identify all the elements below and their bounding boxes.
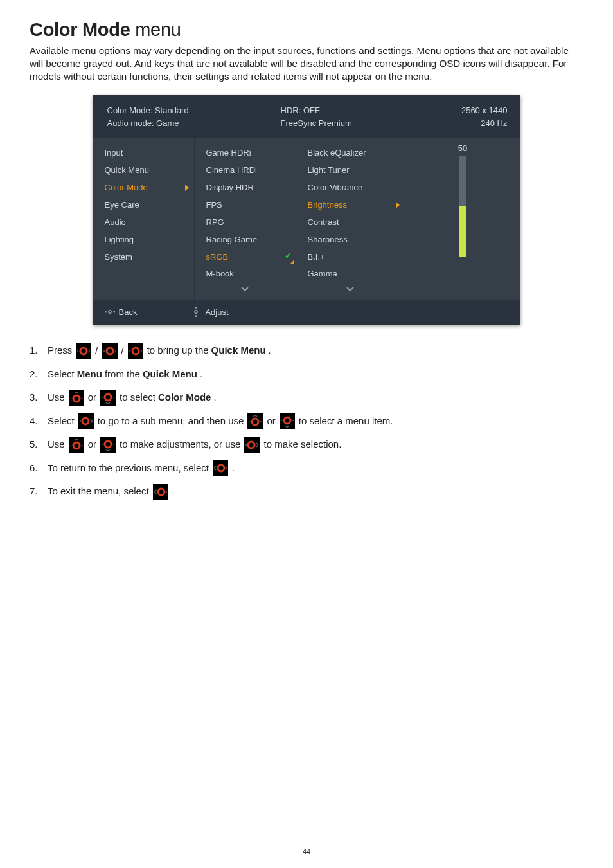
osd-resolution: 2560 x 1440 [422, 104, 508, 118]
osd-sub2-column: Black eQualizer Light Tuner Color Vibran… [296, 138, 405, 300]
sub2-bi-plus[interactable]: B.I.+ [296, 249, 405, 266]
sub2-contrast[interactable]: Contrast [296, 214, 405, 231]
sub1-display-hdr[interactable]: Display HDR [195, 179, 296, 197]
svg-point-13 [218, 465, 224, 471]
s2bold1: Menu [77, 365, 102, 384]
joystick-center-icon [102, 343, 118, 359]
sub1-mbook[interactable]: M-book [195, 266, 296, 283]
sub2-black-equalizer[interactable]: Black eQualizer [296, 145, 405, 162]
svg-point-6 [105, 394, 111, 401]
osd-freesync: FreeSync Premium [281, 117, 422, 131]
step-3: 3. Use or to select Color Mode. [30, 388, 583, 407]
svg-point-7 [82, 418, 89, 424]
joystick-down-icon [280, 413, 295, 429]
s5d: to make selection. [263, 435, 341, 454]
sub1-game-hdri[interactable]: Game HDRi [195, 145, 296, 162]
joystick-center-icon [128, 343, 143, 359]
s3c: to select [120, 388, 155, 407]
s1b: / [95, 341, 98, 360]
s3a: Use [48, 388, 65, 407]
foot-back-label: Back [119, 307, 138, 317]
osd-sub1-column: Game HDRi Cinema HRDi Display HDR FPS RP… [195, 138, 296, 300]
osd-body: Input Quick Menu Color Mode Eye Care Aud… [93, 138, 520, 300]
slider-value: 50 [458, 143, 467, 153]
joystick-up-icon [69, 390, 84, 406]
step-num: 1. [30, 341, 45, 360]
joystick-horizontal-icon [105, 307, 115, 317]
sub2-more-icon [296, 283, 405, 294]
step-num: 5. [30, 435, 45, 454]
osd-footer: Back Adjust [93, 300, 520, 325]
osd-panel: Color Mode: Standard Audio mode: Game HD… [93, 95, 520, 325]
sub2-brightness[interactable]: Brightness [296, 197, 405, 214]
sub2-light-tuner[interactable]: Light Tuner [296, 162, 405, 179]
osd-hdr: HDR: OFF [281, 104, 422, 118]
foot-adjust[interactable]: Adjust [183, 307, 236, 317]
s1a: Press [48, 341, 72, 360]
nav-color-mode[interactable]: Color Mode [93, 179, 194, 197]
s4b: to go to a sub menu, and then use [98, 412, 244, 431]
sub1-srgb[interactable]: sRGB ✓ [195, 249, 296, 266]
osd-header: Color Mode: Standard Audio mode: Game HD… [93, 95, 520, 139]
osd-audio-mode: Audio mode: Game [107, 117, 281, 131]
osd-value-column: 50 [405, 138, 520, 300]
svg-point-4 [132, 348, 139, 354]
s1d: to bring up the [147, 341, 209, 360]
nav-system[interactable]: System [93, 249, 194, 266]
s5c: to make adjustments, or use [120, 435, 240, 454]
joystick-up-icon [69, 437, 84, 453]
s1bold: Quick Menu [211, 341, 266, 360]
s2a: Select [48, 365, 75, 384]
sub1-cinema-hrdi[interactable]: Cinema HRDi [195, 162, 296, 179]
foot-back[interactable]: Back [97, 307, 145, 317]
nav-quick-menu[interactable]: Quick Menu [93, 162, 194, 179]
sub1-srgb-label: sRGB [206, 252, 229, 262]
osd-color-mode: Color Mode: Standard [107, 104, 281, 118]
s6a: To return to the previous menu, select [48, 459, 209, 478]
svg-point-0 [108, 311, 111, 313]
osd-refresh: 240 Hz [422, 117, 508, 131]
nav-audio[interactable]: Audio [93, 214, 194, 231]
svg-point-11 [105, 441, 111, 448]
nav-lighting[interactable]: Lighting [93, 231, 194, 249]
svg-point-8 [252, 419, 258, 425]
step-num: 6. [30, 459, 45, 478]
joystick-vertical-icon [191, 307, 201, 317]
s7a: To exit the menu, select [48, 482, 149, 501]
svg-point-12 [248, 442, 254, 448]
step-1: 1. Press / / to bring up the Quick Menu. [30, 341, 583, 360]
s4d: to select a menu item. [299, 412, 393, 431]
svg-point-2 [80, 348, 87, 354]
joystick-left-icon [153, 484, 168, 500]
s5a: Use [48, 435, 65, 454]
svg-point-14 [158, 489, 164, 495]
sub1-fps[interactable]: FPS [195, 197, 296, 214]
s1c: / [121, 341, 124, 360]
sub1-racing-game[interactable]: Racing Game [195, 231, 296, 249]
brightness-slider[interactable]: 50 [418, 143, 508, 257]
nav-eye-care[interactable]: Eye Care [93, 197, 194, 214]
nav-input[interactable]: Input [93, 145, 194, 162]
page-number: 44 [303, 847, 310, 855]
intro-paragraph: Available menu options may vary dependin… [30, 44, 583, 84]
sub1-rpg[interactable]: RPG [195, 214, 296, 231]
heading-rest: menu [130, 19, 181, 40]
s4a: Select [48, 412, 75, 431]
s2b: from the [105, 365, 140, 384]
step-4: 4. Select to go to a sub menu, and then … [30, 412, 583, 431]
s2bold2: Quick Menu [143, 365, 197, 384]
s7b: . [172, 482, 175, 501]
s1e: . [269, 341, 271, 360]
sub2-sharpness[interactable]: Sharpness [296, 231, 405, 249]
page-heading: Color Mode menu [30, 19, 583, 41]
step-num: 2. [30, 365, 45, 384]
s4c: or [267, 412, 275, 431]
sub2-gamma[interactable]: Gamma [296, 266, 405, 283]
slider-track [459, 156, 466, 257]
svg-point-9 [284, 417, 290, 424]
sub2-color-vibrance[interactable]: Color Vibrance [296, 179, 405, 197]
step-num: 4. [30, 412, 45, 431]
joystick-left-icon [213, 460, 228, 476]
step-6: 6. To return to the previous menu, selec… [30, 459, 583, 478]
step-2: 2. Select Menu from the Quick Menu. [30, 365, 583, 384]
